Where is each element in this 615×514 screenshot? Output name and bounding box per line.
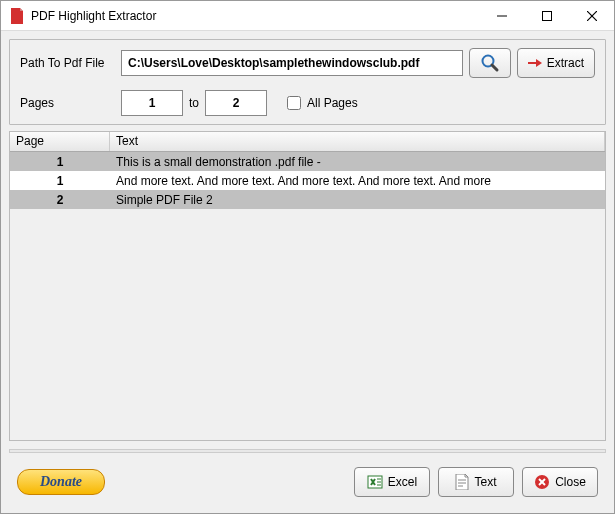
- svg-line-5: [492, 65, 497, 70]
- extract-button-label: Extract: [547, 56, 584, 70]
- cell-page: 2: [10, 193, 110, 207]
- all-pages-checkbox[interactable]: [287, 96, 301, 110]
- cell-text: This is a small demonstration .pdf file …: [110, 155, 605, 169]
- close-button[interactable]: Close: [522, 467, 598, 497]
- cell-page: 1: [10, 174, 110, 188]
- separator: [9, 449, 606, 453]
- text-button[interactable]: Text: [438, 467, 514, 497]
- table-row[interactable]: 1This is a small demonstration .pdf file…: [10, 152, 605, 171]
- cell-text: Simple PDF File 2: [110, 193, 605, 207]
- excel-icon: [367, 474, 383, 490]
- app-window: PDF Highlight Extractor Path To Pdf File: [0, 0, 615, 514]
- svg-rect-1: [542, 11, 551, 20]
- path-label: Path To Pdf File: [20, 56, 115, 70]
- content-area: Path To Pdf File Extract Pages to: [1, 31, 614, 513]
- text-file-icon: [455, 474, 469, 490]
- extract-button[interactable]: Extract: [517, 48, 595, 78]
- path-row: Path To Pdf File Extract: [20, 48, 595, 78]
- maximize-button[interactable]: [524, 1, 569, 30]
- cell-text: And more text. And more text. And more t…: [110, 174, 605, 188]
- window-buttons: [479, 1, 614, 30]
- excel-button-label: Excel: [388, 475, 417, 489]
- app-icon: [9, 8, 25, 24]
- close-window-button[interactable]: [569, 1, 614, 30]
- table-row[interactable]: 1And more text. And more text. And more …: [10, 171, 605, 190]
- cell-page: 1: [10, 155, 110, 169]
- table-header: Page Text: [10, 132, 605, 152]
- browse-button[interactable]: [469, 48, 511, 78]
- pages-label: Pages: [20, 96, 115, 110]
- page-from-input[interactable]: [121, 90, 183, 116]
- text-button-label: Text: [474, 475, 496, 489]
- col-header-text[interactable]: Text: [110, 132, 605, 151]
- magnifier-icon: [480, 53, 500, 73]
- excel-button[interactable]: Excel: [354, 467, 430, 497]
- results-table: Page Text 1This is a small demonstration…: [9, 131, 606, 441]
- page-to-input[interactable]: [205, 90, 267, 116]
- close-button-label: Close: [555, 475, 586, 489]
- titlebar: PDF Highlight Extractor: [1, 1, 614, 31]
- close-icon: [534, 474, 550, 490]
- pages-row: Pages to All Pages: [20, 90, 595, 116]
- col-header-page[interactable]: Page: [10, 132, 110, 151]
- path-input[interactable]: [121, 50, 463, 76]
- to-label: to: [189, 96, 199, 110]
- table-body: 1This is a small demonstration .pdf file…: [10, 152, 605, 440]
- minimize-button[interactable]: [479, 1, 524, 30]
- all-pages-label: All Pages: [307, 96, 358, 110]
- app-title: PDF Highlight Extractor: [31, 9, 479, 23]
- footer-bar: Donate Excel Text Close: [9, 459, 606, 505]
- input-panel: Path To Pdf File Extract Pages to: [9, 39, 606, 125]
- arrow-right-icon: [528, 57, 542, 69]
- donate-button[interactable]: Donate: [17, 469, 105, 495]
- table-row[interactable]: 2Simple PDF File 2: [10, 190, 605, 209]
